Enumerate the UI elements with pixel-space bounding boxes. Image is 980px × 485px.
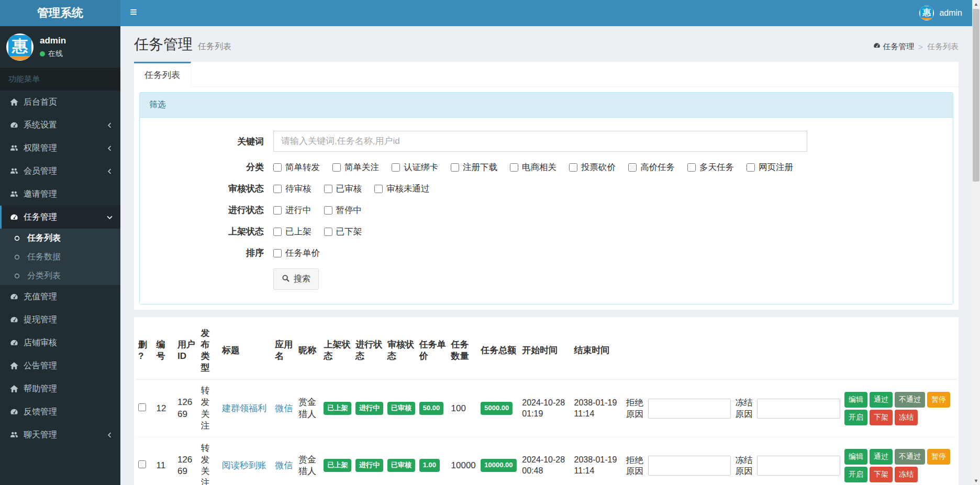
row-checkbox[interactable] <box>138 403 146 411</box>
checkbox-审核未通过[interactable] <box>374 185 383 193</box>
reject-reason-input[interactable] <box>648 399 731 419</box>
column-header-标题: 标题 <box>220 322 273 379</box>
action-button-暂停[interactable]: 暂停 <box>927 449 950 465</box>
checkbox-已上架[interactable] <box>273 228 282 236</box>
app-name-link[interactable]: 微信 <box>275 403 293 413</box>
filter-option-简单关注[interactable]: 简单关注 <box>332 162 379 173</box>
sidebar-item-店铺审核[interactable]: 店铺审核 <box>0 331 120 354</box>
filter-option-已上架[interactable]: 已上架 <box>273 226 311 238</box>
cell-id: 11 <box>154 437 175 485</box>
sidebar-subitem-label: 任务列表 <box>27 233 61 244</box>
filter-option-待审核[interactable]: 待审核 <box>273 183 311 195</box>
freeze-reason-input[interactable] <box>757 456 840 476</box>
tab-content: 筛选 关键词 分类简单转发简单关注认证绑卡注册下载电商相关投票砍价高价任务多天任… <box>134 87 959 310</box>
scrollbar-thumb[interactable] <box>973 9 979 182</box>
checkbox-待审核[interactable] <box>273 185 282 193</box>
action-button-冻结[interactable]: 冻结 <box>895 467 918 482</box>
task-title-link[interactable]: 阅读秒到账 <box>222 460 266 470</box>
filter-option-投票砍价[interactable]: 投票砍价 <box>569 162 616 173</box>
filter-panel-header[interactable]: 筛选 <box>140 93 953 118</box>
hamburger-icon <box>129 8 138 19</box>
navbar-user-menu[interactable]: 惠 admin <box>915 0 966 26</box>
page-scrollbar[interactable]: ▲ ▼ <box>972 0 980 485</box>
filter-option-任务单价[interactable]: 任务单价 <box>273 247 320 259</box>
chevron-left-icon <box>106 145 113 152</box>
filter-option-高价任务[interactable]: 高价任务 <box>628 162 675 173</box>
app-name-link[interactable]: 微信 <box>275 460 293 470</box>
action-button-编辑[interactable]: 编辑 <box>844 392 867 408</box>
freeze-reason-input[interactable] <box>757 399 840 419</box>
checkbox-已审核[interactable] <box>324 185 332 193</box>
sidebar-item-反馈管理[interactable]: 反馈管理 <box>0 400 120 423</box>
checkbox-认证绑卡[interactable] <box>392 163 400 172</box>
filter-option-注册下载[interactable]: 注册下载 <box>451 162 497 173</box>
checkbox-电商相关[interactable] <box>510 163 518 172</box>
filter-option-审核未通过[interactable]: 审核未通过 <box>374 183 430 195</box>
sidebar-item-后台首页[interactable]: 后台首页 <box>0 91 120 114</box>
scrollbar-up-arrow-icon[interactable]: ▲ <box>972 0 980 8</box>
breadcrumb-item[interactable]: 任务管理 <box>873 42 914 52</box>
cell-user-id: 12669 <box>175 379 199 437</box>
action-button-通过[interactable]: 通过 <box>870 392 893 408</box>
freeze-reason-field: 冻结原因 <box>735 397 840 420</box>
sidebar-item-公告管理[interactable]: 公告管理 <box>0 354 120 377</box>
checkbox-投票砍价[interactable] <box>569 163 577 172</box>
sidebar-subitem-分类列表[interactable]: 分类列表 <box>0 266 120 285</box>
filter-option-多天任务[interactable]: 多天任务 <box>687 162 734 173</box>
action-button-不通过[interactable]: 不通过 <box>895 392 925 408</box>
home-icon <box>10 385 24 393</box>
action-button-通过[interactable]: 通过 <box>870 449 893 465</box>
checkbox-暂停中[interactable] <box>324 206 332 215</box>
action-button-不通过[interactable]: 不通过 <box>895 449 925 465</box>
keyword-label: 关键词 <box>140 136 273 148</box>
action-button-编辑[interactable]: 编辑 <box>844 449 867 465</box>
filter-option-已下架[interactable]: 已下架 <box>324 226 362 238</box>
scrollbar-down-arrow-icon[interactable]: ▼ <box>972 477 980 485</box>
sidebar-subitem-任务列表[interactable]: 任务列表 <box>0 229 120 247</box>
filter-option-进行中[interactable]: 进行中 <box>273 205 311 216</box>
filter-option-暂停中[interactable]: 暂停中 <box>324 205 362 216</box>
task-title-link[interactable]: 建群领福利 <box>222 403 266 413</box>
checkbox-网页注册[interactable] <box>747 163 755 172</box>
action-button-冻结[interactable]: 冻结 <box>895 410 918 425</box>
checkbox-多天任务[interactable] <box>687 163 696 172</box>
reject-reason-input[interactable] <box>648 456 731 476</box>
keyword-input[interactable] <box>273 131 807 152</box>
sidebar-item-邀请管理[interactable]: 邀请管理 <box>0 183 120 206</box>
brand-logo[interactable]: 管理系统 <box>0 0 120 26</box>
sidebar-item-权限管理[interactable]: 权限管理 <box>0 137 120 160</box>
checkbox-任务单价[interactable] <box>273 249 282 257</box>
sidebar-item-会员管理[interactable]: 会员管理 <box>0 160 120 183</box>
checkbox-简单转发[interactable] <box>273 163 282 172</box>
checkbox-简单关注[interactable] <box>332 163 341 172</box>
column-header-结束时间: 结束时间 <box>572 322 624 379</box>
row-checkbox[interactable] <box>138 460 146 468</box>
action-button-下架[interactable]: 下架 <box>870 467 893 482</box>
checkbox-进行中[interactable] <box>273 206 282 215</box>
tab-task-list[interactable]: 任务列表 <box>134 62 191 87</box>
sidebar-subitem-任务数据[interactable]: 任务数据 <box>0 247 120 266</box>
action-button-暂停[interactable]: 暂停 <box>927 392 950 408</box>
checkbox-已下架[interactable] <box>324 228 332 236</box>
action-button-下架[interactable]: 下架 <box>870 410 893 425</box>
checkbox-高价任务[interactable] <box>628 163 637 172</box>
sidebar-item-帮助管理[interactable]: 帮助管理 <box>0 377 120 400</box>
sidebar-item-聊天管理[interactable]: 聊天管理 <box>0 423 120 446</box>
sidebar-toggle-button[interactable] <box>120 0 147 26</box>
sidebar-item-任务管理[interactable]: 任务管理 <box>0 206 120 229</box>
checkbox-注册下载[interactable] <box>451 163 459 172</box>
filter-group-label: 进行状态 <box>140 204 273 216</box>
sidebar-item-充值管理[interactable]: 充值管理 <box>0 285 120 308</box>
filter-option-电商相关[interactable]: 电商相关 <box>510 162 556 173</box>
filter-option-网页注册[interactable]: 网页注册 <box>747 162 793 173</box>
filter-option-简单转发[interactable]: 简单转发 <box>273 162 320 173</box>
sidebar-item-提现管理[interactable]: 提现管理 <box>0 308 120 331</box>
checkbox-label: 注册下载 <box>463 162 497 173</box>
search-button[interactable]: 搜索 <box>273 268 319 290</box>
sidebar-item-系统设置[interactable]: 系统设置 <box>0 114 120 137</box>
filter-option-已审核[interactable]: 已审核 <box>324 183 362 195</box>
filter-option-认证绑卡[interactable]: 认证绑卡 <box>392 162 438 173</box>
action-button-开启[interactable]: 开启 <box>844 410 867 425</box>
total-amount-badge: 5000.00 <box>481 402 513 415</box>
action-button-开启[interactable]: 开启 <box>844 467 867 482</box>
